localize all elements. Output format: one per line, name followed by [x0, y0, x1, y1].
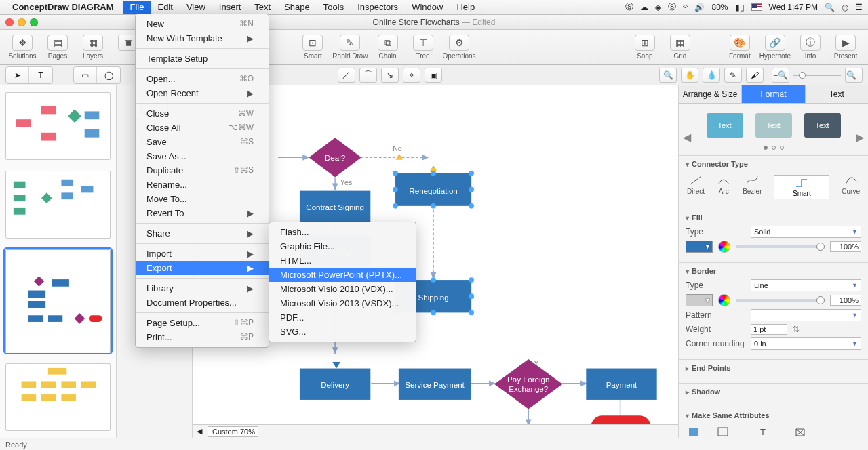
siri-icon[interactable]: ◎	[842, 3, 848, 12]
fill-type-select[interactable]: Solid▼	[751, 226, 861, 238]
stamp-tool[interactable]: ▣	[425, 68, 442, 83]
menu-item-rename-[interactable]: Rename...	[136, 178, 269, 192]
text-tool[interactable]: T	[29, 67, 52, 83]
page-thumb-1[interactable]	[5, 92, 111, 160]
clock[interactable]: Wed 1:47 PM	[769, 3, 818, 12]
menu-edit[interactable]: Edit	[151, 1, 179, 14]
line-tool[interactable]: ／	[338, 68, 355, 83]
brush-tool[interactable]: 🖌	[746, 68, 764, 83]
export-item-microsoft-visio-2013-vsdx-[interactable]: Microsoft Visio 2013 (VSDX)...	[269, 296, 416, 310]
tab-format[interactable]: Format	[742, 85, 805, 103]
tb-rapiddraw[interactable]: ✎Rapid Draw	[332, 35, 368, 60]
tb-tree[interactable]: ⊤Tree	[408, 35, 439, 60]
status-icon-s[interactable]: Ⓢ	[625, 1, 633, 13]
msa-fill[interactable]: Fill	[687, 426, 701, 438]
conn-direct[interactable]: Direct	[687, 175, 705, 199]
app-name[interactable]: ConceptDraw DIAGRAM	[12, 2, 114, 12]
menu-item-save-as-[interactable]: Save As...	[136, 149, 269, 163]
hand-tool[interactable]: ✋	[681, 68, 698, 83]
ellipse-tool[interactable]: ◯	[97, 67, 120, 83]
border-color-swatch[interactable]: ▼	[686, 294, 713, 306]
export-item-graphic-file-[interactable]: Graphic File...	[269, 239, 416, 253]
pen-tool[interactable]: ✎	[724, 68, 742, 83]
menu-view[interactable]: View	[180, 1, 212, 14]
export-item-svg-[interactable]: SVG...	[269, 325, 416, 339]
menu-item-close[interactable]: Close⌘W	[136, 106, 269, 121]
tb-snap[interactable]: ⊞Snap	[629, 35, 660, 60]
menu-icon[interactable]: ☰	[855, 3, 863, 12]
menu-text[interactable]: Text	[248, 1, 277, 14]
menu-file[interactable]: File	[123, 1, 151, 14]
menu-item-library[interactable]: Library▶	[136, 281, 269, 295]
menu-item-open-recent[interactable]: Open Recent▶	[136, 86, 269, 100]
menu-tools[interactable]: Tools	[317, 1, 351, 14]
zoom-select[interactable]: Custom 70%	[208, 426, 258, 437]
tb-chain[interactable]: ⧉Chain	[372, 35, 403, 60]
arc-tool[interactable]: ⌒	[359, 68, 377, 83]
zoom-in[interactable]: 🔍+	[845, 68, 863, 83]
menu-item-export[interactable]: Export▶	[136, 261, 269, 275]
battery-icon[interactable]: ▮▯	[735, 3, 745, 12]
menu-item-save[interactable]: Save⌘S	[136, 135, 269, 149]
eyedropper-tool[interactable]: 💧	[703, 68, 720, 83]
minimize-window-icon[interactable]	[18, 18, 26, 26]
menu-item-template-setup[interactable]: Template Setup	[136, 52, 269, 66]
msa-border[interactable]: Border	[713, 426, 733, 438]
preset-next[interactable]: ▶	[856, 131, 864, 144]
wifi-icon[interactable]: ⌔	[683, 3, 688, 12]
export-item-microsoft-powerpoint-pptx-[interactable]: Microsoft PowerPoint (PPTX)...	[269, 268, 416, 282]
magnify-tool[interactable]: 🔍	[659, 68, 677, 83]
menu-item-revert-to[interactable]: Revert To▶	[136, 206, 269, 220]
menu-item-page-setup-[interactable]: Page Setup...⇧⌘P	[136, 316, 269, 330]
menu-window[interactable]: Window	[405, 1, 450, 14]
spotlight-icon[interactable]: 🔍	[825, 3, 835, 12]
menu-help[interactable]: Help	[450, 1, 481, 14]
connector-tool[interactable]: ↘	[381, 68, 399, 83]
tb-operations[interactable]: ⚙Operations	[443, 35, 476, 60]
preset-prev[interactable]: ◀	[683, 131, 691, 144]
battery-percent[interactable]: 80%	[711, 3, 728, 12]
conn-curve[interactable]: Curve	[842, 175, 860, 199]
border-type-select[interactable]: Line▼	[751, 279, 861, 291]
export-item-html-[interactable]: HTML...	[269, 253, 416, 268]
tb-solutions[interactable]: ❖Solutions	[7, 35, 38, 60]
export-item-pdf-[interactable]: PDF...	[269, 310, 416, 325]
border-color-picker[interactable]	[718, 294, 730, 306]
menu-item-move-to-[interactable]: Move To...	[136, 192, 269, 206]
border-opacity-slider[interactable]	[736, 299, 825, 302]
dropbox-icon[interactable]: ◈	[655, 3, 661, 12]
preset-2[interactable]: Text	[755, 113, 792, 138]
tb-format[interactable]: 🎨Format	[724, 35, 755, 60]
page-thumb-3[interactable]	[5, 249, 111, 352]
rect-tool[interactable]: ▭	[74, 67, 97, 83]
preset-3[interactable]: Text	[804, 113, 841, 138]
menu-inspectors[interactable]: Inspectors	[351, 1, 405, 14]
volume-icon[interactable]: 🔊	[694, 3, 705, 12]
menu-item-new[interactable]: New⌘N	[136, 17, 269, 31]
tb-hypernote[interactable]: 🔗Hypernote	[760, 35, 791, 60]
menu-shape[interactable]: Shape	[277, 1, 317, 14]
magic-tool[interactable]: ✧	[403, 68, 420, 83]
preset-1[interactable]: Text	[707, 113, 743, 138]
export-item-flash-[interactable]: Flash...	[269, 225, 416, 239]
menu-item-import[interactable]: Import▶	[136, 247, 269, 261]
msa-all[interactable]: All	[793, 426, 807, 438]
page-thumb-2[interactable]	[5, 171, 111, 239]
border-opacity-input[interactable]: 100%	[830, 295, 861, 306]
cloud-icon[interactable]: ☁︎	[640, 3, 648, 12]
msa-text[interactable]: TText Format	[745, 426, 781, 438]
tb-info[interactable]: ⓘInfo	[795, 35, 826, 60]
fill-color-swatch[interactable]: ▼	[686, 241, 713, 253]
export-item-microsoft-visio-2010-vdx-[interactable]: Microsoft Visio 2010 (VDX)...	[269, 282, 416, 296]
page-thumb-4[interactable]	[5, 363, 111, 431]
fill-opacity-slider[interactable]	[736, 245, 825, 248]
zoom-window-icon[interactable]	[30, 18, 38, 26]
tb-layers[interactable]: ▦Layers	[77, 35, 108, 60]
menu-item-document-properties-[interactable]: Document Properties...	[136, 295, 269, 310]
tab-text[interactable]: Text	[806, 85, 868, 103]
page-prev[interactable]: ◀	[197, 427, 202, 436]
menu-item-new-with-template[interactable]: New With Template▶	[136, 31, 269, 45]
border-pattern-select[interactable]: — — — — — —▼	[751, 309, 861, 321]
tab-arrange[interactable]: Arrange & Size	[679, 85, 742, 103]
conn-bezier[interactable]: Bezier	[743, 175, 762, 199]
